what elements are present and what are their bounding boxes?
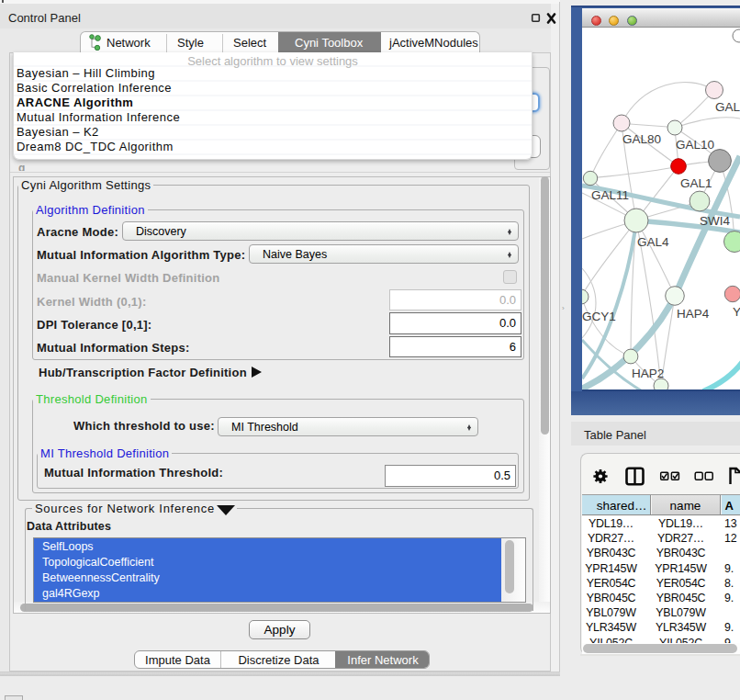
svg-text:YM: YM [733,305,740,319]
svg-text:GAL7: GAL7 [715,100,740,114]
svg-text:GAL1: GAL1 [680,176,712,190]
svg-text:SWI4: SWI4 [700,214,730,228]
svg-text:GAL4: GAL4 [637,235,669,249]
svg-text:GCY1: GCY1 [582,310,616,323]
svg-text:HAP4: HAP4 [677,307,710,321]
svg-text:GAL11: GAL11 [591,188,629,202]
svg-text:GAL10: GAL10 [676,138,714,152]
svg-text:GAL80: GAL80 [622,132,661,146]
svg-text:HAP2: HAP2 [632,367,664,380]
